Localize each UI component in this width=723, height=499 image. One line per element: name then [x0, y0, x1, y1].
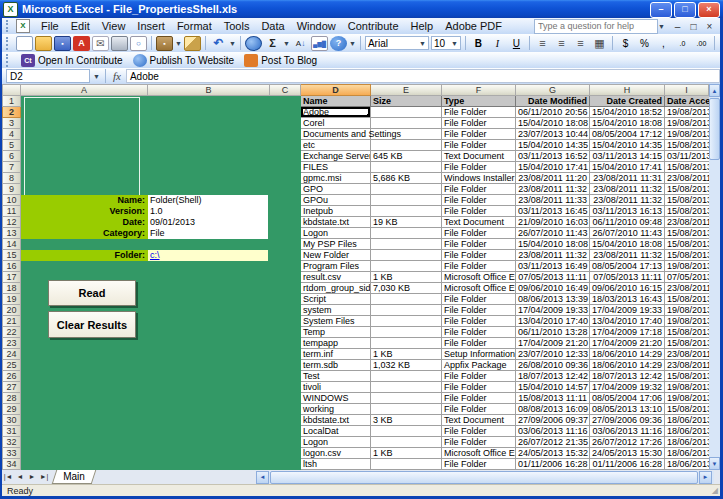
size-cell[interactable] — [371, 305, 442, 316]
date-modified-cell[interactable]: 08/06/2013 13:39 — [516, 294, 590, 305]
date-created-cell[interactable]: 08/05/2004 17:06 — [590, 393, 665, 404]
date-accessed-cell[interactable]: 19/08/2013 — [665, 316, 709, 327]
insert-hyperlink-icon[interactable] — [245, 36, 262, 51]
type-cell[interactable]: File Folder — [442, 129, 516, 140]
name-cell[interactable]: working — [301, 404, 371, 415]
date-created-cell[interactable]: 13/04/2010 17:40 — [590, 316, 665, 327]
first-sheet-icon[interactable]: |◄ — [2, 471, 14, 483]
new-icon[interactable] — [16, 36, 33, 51]
date-created-cell[interactable]: 27/09/2006 09:36 — [590, 415, 665, 426]
name-cell[interactable]: tivoli — [301, 382, 371, 393]
row-header[interactable]: 17 — [2, 272, 21, 283]
name-cell[interactable]: logon.csv — [301, 448, 371, 459]
size-cell[interactable]: 1,032 KB — [371, 360, 442, 371]
prev-sheet-icon[interactable]: ◄ — [14, 471, 26, 483]
type-cell[interactable]: File Folder — [442, 338, 516, 349]
name-cell[interactable]: Exchange Server S — [301, 151, 371, 162]
column-header-c[interactable]: C — [270, 84, 301, 96]
type-cell[interactable]: Setup Information — [442, 349, 516, 360]
type-cell[interactable]: Text Document — [442, 415, 516, 426]
name-cell[interactable]: FILES — [301, 162, 371, 173]
row-header[interactable]: 4 — [2, 129, 21, 140]
date-modified-cell[interactable]: 08/08/2013 16:09 — [516, 404, 590, 415]
row-header[interactable]: 34 — [2, 459, 21, 470]
row-header[interactable]: 14 — [2, 239, 21, 250]
type-cell[interactable]: File Folder — [442, 404, 516, 415]
name-cell[interactable]: WINDOWS — [301, 393, 371, 404]
type-cell[interactable]: Windows Installer — [442, 173, 516, 184]
date-modified-cell[interactable]: 15/04/2010 17:41 — [516, 162, 590, 173]
date-modified-cell[interactable]: 23/08/2011 11:33 — [516, 195, 590, 206]
size-cell[interactable] — [371, 239, 442, 250]
size-cell[interactable]: 1 KB — [371, 272, 442, 283]
column-header-i[interactable]: I — [665, 84, 709, 96]
paste-icon[interactable]: ▪ — [156, 36, 173, 51]
date-accessed-cell[interactable]: 15/08/2013 — [665, 228, 709, 239]
close-button[interactable]: × — [698, 2, 720, 18]
date-accessed-cell[interactable]: 15/08/2013 — [665, 184, 709, 195]
type-cell[interactable]: File Folder — [442, 184, 516, 195]
size-cell[interactable]: 19 KB — [371, 217, 442, 228]
menu-item[interactable]: Tools — [218, 19, 256, 33]
scroll-left-icon[interactable]: ◄ — [256, 471, 269, 484]
name-cell[interactable]: Logon — [301, 228, 371, 239]
increase-decimal-icon[interactable]: .0 — [674, 36, 691, 51]
date-created-cell[interactable]: 03/11/2013 16:13 — [590, 206, 665, 217]
menu-item[interactable]: View — [96, 19, 132, 33]
name-cell[interactable]: Test — [301, 371, 371, 382]
type-cell[interactable]: File Folder — [442, 459, 516, 470]
date-modified-cell[interactable]: 26/08/2010 09:36 — [516, 360, 590, 371]
date-created-cell[interactable]: 17/04/2009 21:20 — [590, 338, 665, 349]
field-label-cell[interactable]: Category: — [21, 228, 148, 239]
date-created-cell[interactable]: 23/08/2011 11:32 — [590, 250, 665, 261]
italic-button[interactable]: I — [489, 36, 506, 51]
horizontal-scroll-thumb[interactable] — [270, 471, 698, 484]
align-left-icon[interactable]: ≡ — [534, 36, 551, 51]
field-label-cell[interactable]: Name: — [21, 195, 148, 206]
email-icon[interactable]: ✉ — [92, 36, 109, 51]
date-modified-cell[interactable]: 23/08/2011 11:20 — [516, 173, 590, 184]
row-header[interactable]: 10 — [2, 195, 21, 206]
name-cell[interactable]: Adobe — [301, 107, 371, 118]
row-header[interactable]: 21 — [2, 316, 21, 327]
date-modified-cell[interactable]: 03/11/2013 16:45 — [516, 206, 590, 217]
row-header[interactable]: 9 — [2, 184, 21, 195]
type-cell[interactable]: File Folder — [442, 371, 516, 382]
row-header[interactable]: 11 — [2, 206, 21, 217]
menu-item[interactable]: Format — [171, 19, 218, 33]
date-created-cell[interactable]: 23/08/2011 11:32 — [590, 195, 665, 206]
menu-item[interactable]: File — [35, 19, 65, 33]
date-created-cell[interactable]: 26/07/2012 17:26 — [590, 437, 665, 448]
row-header[interactable]: 19 — [2, 294, 21, 305]
type-cell[interactable]: File Folder — [442, 261, 516, 272]
date-accessed-cell[interactable]: 19/08/2013 — [665, 107, 709, 118]
size-cell[interactable] — [371, 316, 442, 327]
date-modified-cell[interactable]: 26/07/2010 11:43 — [516, 228, 590, 239]
date-accessed-cell[interactable]: 18/06/2013 — [665, 415, 709, 426]
date-accessed-cell[interactable]: 15/08/2013 — [665, 195, 709, 206]
toolbar-grip[interactable] — [6, 37, 12, 50]
name-cell[interactable]: etc — [301, 140, 371, 151]
date-accessed-cell[interactable]: 23/08/2011 — [665, 173, 709, 184]
type-cell[interactable]: File Folder — [442, 294, 516, 305]
date-modified-cell[interactable]: 03/11/2013 16:49 — [516, 261, 590, 272]
row-header[interactable]: 23 — [2, 338, 21, 349]
menu-item[interactable]: Adobe PDF — [439, 19, 508, 33]
formula-input[interactable]: Adobe — [126, 69, 720, 83]
toolbar-options-icon[interactable]: ▼ — [349, 35, 356, 51]
date-modified-cell[interactable]: 06/11/2010 20:56 — [516, 107, 590, 118]
date-modified-cell[interactable]: 15/04/2010 18:08 — [516, 239, 590, 250]
size-cell[interactable] — [371, 371, 442, 382]
sheet-tab-main[interactable]: Main — [52, 470, 96, 484]
font-name-combo[interactable]: Arial▼ — [365, 36, 429, 50]
date-created-cell[interactable]: 15/04/2010 18:52 — [590, 107, 665, 118]
select-all-corner[interactable] — [2, 84, 21, 96]
date-created-cell[interactable]: 18/07/2013 12:42 — [590, 371, 665, 382]
size-cell[interactable] — [371, 118, 442, 129]
date-modified-cell[interactable]: 03/11/2013 16:52 — [516, 151, 590, 162]
type-cell[interactable]: File Folder — [442, 162, 516, 173]
date-created-cell[interactable]: 23/08/2011 11:31 — [590, 173, 665, 184]
date-created-cell[interactable]: 15/04/2010 14:35 — [590, 140, 665, 151]
chart-wizard-icon[interactable]: ▄▆█ — [311, 36, 328, 51]
date-created-cell[interactable]: 08/05/2013 13:10 — [590, 404, 665, 415]
